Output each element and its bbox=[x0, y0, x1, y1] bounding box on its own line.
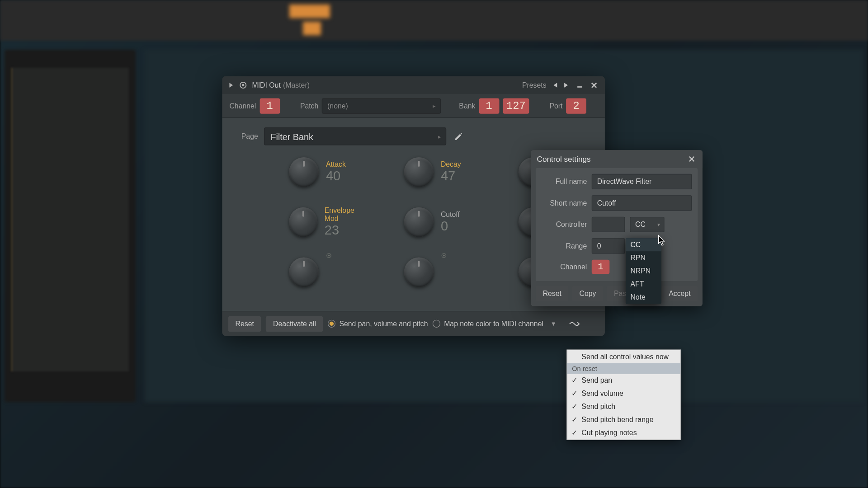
shortname-label: Short name bbox=[542, 199, 587, 207]
ctrl-body: Full name DirectWave Filter Short name C… bbox=[536, 168, 698, 281]
ctx-cut-playing-notes[interactable]: Cut playing notes bbox=[567, 427, 680, 440]
close-button[interactable] bbox=[588, 79, 600, 91]
ctrl-reset-button[interactable]: Reset bbox=[536, 286, 569, 301]
bank-msb-value[interactable]: 1 bbox=[479, 98, 499, 113]
dd-item-nrpn[interactable]: NRPN bbox=[626, 264, 661, 277]
dd-item-rpn[interactable]: RPN bbox=[626, 251, 661, 264]
menu-arrow-icon[interactable] bbox=[227, 81, 235, 89]
knob-value: 47 bbox=[441, 169, 461, 184]
controller-type-dropdown: CC RPN NRPN AFT Note bbox=[626, 238, 661, 304]
ctrl-copy-button[interactable]: Copy bbox=[572, 286, 604, 301]
settings-gear-icon[interactable] bbox=[239, 81, 247, 89]
send-pvp-radio[interactable]: Send pan, volume and pitch bbox=[328, 319, 428, 328]
ctx-send-pitch[interactable]: Send pitch bbox=[567, 400, 680, 413]
range-input[interactable]: 0 bbox=[592, 238, 625, 253]
knob-label: Attack bbox=[326, 160, 346, 169]
knob-value: 23 bbox=[325, 223, 368, 238]
bank-label: Bank bbox=[459, 102, 475, 110]
deactivate-all-button[interactable]: Deactivate all bbox=[266, 316, 323, 331]
dd-item-aft[interactable]: AFT bbox=[626, 277, 661, 291]
knob-empty bbox=[289, 257, 368, 287]
ctx-on-reset-header: On reset bbox=[567, 363, 680, 374]
ctx-send-pitch-bend-range[interactable]: Send pitch bend range bbox=[567, 413, 680, 427]
ctrl-close-button[interactable] bbox=[687, 154, 697, 164]
footer-dropdown-icon[interactable]: ▼ bbox=[551, 320, 557, 327]
bank-lsb-value[interactable]: 127 bbox=[503, 98, 529, 113]
ctrl-accept-button[interactable]: Accept bbox=[661, 286, 698, 301]
edit-icon[interactable] bbox=[452, 130, 465, 143]
knob-cutoff: Cutoff 0 bbox=[404, 206, 483, 238]
svg-point-6 bbox=[443, 254, 445, 256]
fullname-label: Full name bbox=[542, 178, 587, 186]
knob-envelope-mod: Envelope Mod 23 bbox=[289, 206, 368, 238]
knob-envmod-dial[interactable] bbox=[289, 207, 317, 237]
send-context-menu: Send all control values now On reset Sen… bbox=[566, 350, 681, 440]
ctrl-titlebar[interactable]: Control settings bbox=[531, 150, 703, 168]
reset-button[interactable]: Reset bbox=[228, 316, 261, 331]
window-subtitle: (Master) bbox=[283, 81, 310, 89]
svg-point-4 bbox=[328, 254, 330, 256]
page-selector[interactable]: Filter Bank bbox=[264, 127, 446, 145]
channel-value[interactable]: 1 bbox=[259, 98, 280, 113]
knob-gear-icon[interactable] bbox=[326, 253, 333, 260]
ctrl-footer: Reset Copy Paste Accept bbox=[531, 281, 703, 306]
knob-attack: Attack 40 bbox=[289, 157, 368, 187]
presets-label[interactable]: Presets bbox=[522, 81, 547, 89]
knob-value: 0 bbox=[441, 219, 460, 234]
map-note-radio[interactable]: Map note color to MIDI channel bbox=[433, 319, 543, 328]
preset-next-button[interactable] bbox=[561, 80, 571, 90]
knob-cutoff-dial[interactable] bbox=[404, 207, 434, 237]
patch-selector[interactable]: (none) bbox=[322, 98, 441, 113]
port-value[interactable]: 2 bbox=[566, 98, 586, 113]
minimize-button[interactable] bbox=[574, 79, 585, 91]
ctx-send-pan[interactable]: Send pan bbox=[567, 374, 680, 387]
ctrl-title: Control settings bbox=[537, 155, 591, 164]
controller-label: Controller bbox=[542, 221, 587, 229]
knob-decay: Decay 47 bbox=[404, 157, 483, 187]
ctx-send-all-now[interactable]: Send all control values now bbox=[567, 350, 680, 363]
knob-label: Decay bbox=[441, 160, 461, 169]
window-title: MIDI Out bbox=[252, 81, 281, 89]
svg-rect-2 bbox=[577, 86, 582, 88]
control-settings-dialog: Control settings Full name DirectWave Fi… bbox=[531, 150, 703, 306]
svg-point-1 bbox=[242, 84, 244, 86]
map-note-label: Map note color to MIDI channel bbox=[444, 319, 543, 328]
range-label: Range bbox=[542, 242, 587, 250]
dd-item-cc[interactable]: CC bbox=[626, 238, 661, 251]
page-row: Page Filter Bank bbox=[229, 127, 598, 145]
knob-dial[interactable] bbox=[404, 257, 434, 287]
page-value: Filter Bank bbox=[270, 131, 313, 141]
port-label: Port bbox=[549, 102, 562, 110]
controller-type-select[interactable]: CC bbox=[630, 217, 664, 232]
ctx-send-volume[interactable]: Send volume bbox=[567, 387, 680, 400]
knob-decay-dial[interactable] bbox=[404, 157, 434, 187]
knob-dial[interactable] bbox=[289, 257, 319, 287]
preset-prev-button[interactable] bbox=[551, 80, 560, 90]
midi-footer: Reset Deactivate all Send pan, volume an… bbox=[222, 311, 605, 336]
dd-item-note[interactable]: Note bbox=[626, 291, 661, 304]
patch-label: Patch bbox=[300, 102, 318, 110]
shortname-input[interactable]: Cutoff bbox=[592, 195, 692, 211]
knob-label: Cutoff bbox=[441, 210, 460, 218]
midi-titlebar[interactable]: MIDI Out (Master) Presets bbox=[222, 76, 605, 94]
ctrl-channel-label: Channel bbox=[542, 263, 587, 271]
send-pvp-label: Send pan, volume and pitch bbox=[339, 319, 428, 328]
ctrl-channel-value[interactable]: 1 bbox=[592, 260, 610, 274]
fullname-input[interactable]: DirectWave Filter bbox=[592, 174, 692, 189]
knob-label: Envelope Mod bbox=[325, 206, 368, 223]
page-label: Page bbox=[241, 132, 258, 141]
knob-gear-icon[interactable] bbox=[441, 253, 448, 260]
channel-label: Channel bbox=[229, 102, 256, 110]
knob-attack-dial[interactable] bbox=[289, 157, 319, 187]
knob-value: 40 bbox=[326, 169, 346, 184]
midi-top-row: Channel 1 Patch (none) Bank 1 127 Port 2 bbox=[222, 94, 605, 118]
radio-icon bbox=[433, 320, 440, 328]
knob-empty bbox=[404, 257, 483, 287]
patch-value: (none) bbox=[327, 102, 348, 110]
send-now-icon[interactable] bbox=[568, 319, 580, 328]
controller-num-input[interactable] bbox=[592, 217, 625, 232]
radio-icon bbox=[328, 320, 335, 328]
